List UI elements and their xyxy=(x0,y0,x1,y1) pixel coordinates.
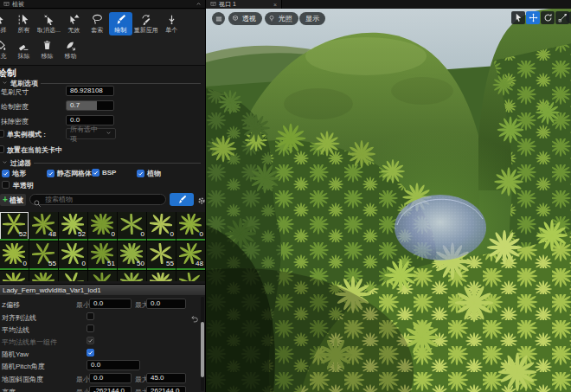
filter-checkbox[interactable] xyxy=(92,169,99,177)
filter-静态网格体[interactable]: 静态网格体 xyxy=(47,169,92,178)
min-input[interactable]: 0.0 xyxy=(89,373,132,383)
value-input[interactable]: 0.0 xyxy=(87,360,140,370)
foliage-tile[interactable]: 55 xyxy=(29,241,58,270)
foliage-tile[interactable]: 0 xyxy=(88,212,117,241)
min-input[interactable]: 0.0 xyxy=(89,299,132,309)
tool-move-foliage-button[interactable]: 移动 xyxy=(59,38,82,61)
rotate-tool-button[interactable] xyxy=(541,11,555,24)
viewport[interactable]: 视口 1 × xyxy=(205,0,571,392)
tool-fill-button[interactable]: 填充 xyxy=(0,38,12,61)
foliage-tile[interactable]: 52 xyxy=(0,212,29,241)
show-flags-button[interactable]: 显示 xyxy=(299,12,325,25)
density-bar xyxy=(176,268,205,270)
single-instance-dropdown[interactable]: 所有选中项 xyxy=(66,128,116,139)
foliage-tile[interactable]: 48 xyxy=(29,212,58,241)
instance-count: 52 xyxy=(19,230,27,238)
panel-tab-label[interactable]: 植被 xyxy=(12,0,24,9)
filter-checkbox[interactable] xyxy=(47,170,55,177)
filter-checkbox[interactable] xyxy=(2,170,10,177)
property-checkbox[interactable] xyxy=(87,325,94,332)
tool-cursor-deselect-button[interactable]: 取消选... xyxy=(35,12,62,35)
tool-cursor-all-button[interactable]: 所有 xyxy=(12,12,35,35)
search-foliage-input[interactable] xyxy=(29,194,166,205)
foliage-tile-partial[interactable] xyxy=(59,271,87,281)
tool-single-button[interactable]: 单个 xyxy=(160,12,183,35)
selected-foliage-name-bar[interactable]: Lady_Fern_wdvlditia_Var1_lod1 xyxy=(0,284,205,295)
foliage-tile-partial[interactable] xyxy=(88,271,117,281)
add-foliage-button[interactable]: + 植被 xyxy=(0,194,26,206)
cursor-invalid-icon xyxy=(68,14,80,25)
tool-cursor-button[interactable]: 选择 xyxy=(0,12,12,35)
density-bar xyxy=(59,268,87,270)
instance-count: 55 xyxy=(166,260,174,267)
max-input[interactable]: 45.0 xyxy=(146,373,186,383)
foliage-tile-partial[interactable] xyxy=(29,271,58,281)
tool-brush-button[interactable]: 绘制 xyxy=(109,12,132,35)
filter-植物[interactable]: 植物 xyxy=(137,169,161,178)
tool-cursor-invalid-button[interactable]: 无效 xyxy=(62,12,86,35)
instance-count: 48 xyxy=(48,230,56,238)
foliage-tile-partial[interactable] xyxy=(0,271,29,281)
place-in-level-checkbox[interactable] xyxy=(0,145,4,153)
close-icon[interactable]: × xyxy=(273,2,277,8)
lit-mode-button[interactable]: 光照 xyxy=(265,12,298,25)
perspective-button[interactable]: 透视 xyxy=(228,12,262,25)
paint-density-slider[interactable]: 0.7 xyxy=(66,100,114,111)
select-tool-button[interactable] xyxy=(511,11,525,24)
filter-BSP[interactable]: BSP xyxy=(92,169,116,177)
foliage-tile[interactable]: 51 xyxy=(88,241,117,270)
foliage-tile[interactable]: 0 xyxy=(118,212,146,241)
fern-thumbnail xyxy=(61,273,84,281)
move-tool-button[interactable] xyxy=(526,11,540,24)
cube-icon xyxy=(232,15,239,23)
viewport-tab[interactable]: 视口 1 × xyxy=(206,0,282,9)
reset-to-default-icon[interactable] xyxy=(189,312,199,322)
properties-scrollbar-thumb[interactable] xyxy=(201,322,204,377)
property-checkbox[interactable] xyxy=(87,349,94,357)
viewport-scene[interactable] xyxy=(206,9,571,392)
foliage-tile-partial[interactable] xyxy=(118,271,146,281)
tool-reapply-button[interactable]: 重新应用 xyxy=(132,12,160,35)
property-label: 随机Pitch角度 xyxy=(2,362,45,371)
min-label: 最小 xyxy=(76,375,90,384)
foliage-tile[interactable]: 0 xyxy=(147,212,176,241)
tool-erase-button[interactable]: 抹除 xyxy=(12,38,35,61)
filters-row: 地形静态网格体BSP植物 xyxy=(2,169,205,178)
max-input[interactable]: 262144.0 xyxy=(146,386,186,392)
tool-label: 抹除 xyxy=(18,52,30,61)
lightbulb-icon xyxy=(268,15,275,23)
filters-header[interactable]: 过滤器 xyxy=(2,158,201,168)
foliage-tile[interactable]: 0 xyxy=(0,241,29,270)
collapse-panel-icon[interactable] xyxy=(196,1,202,7)
density-bar xyxy=(29,268,58,270)
filter-checkbox[interactable] xyxy=(137,170,144,177)
foliage-tile[interactable]: 0 xyxy=(176,212,205,241)
foliage-tile[interactable]: 55 xyxy=(147,241,176,270)
foliage-tile[interactable]: 50 xyxy=(118,241,146,270)
min-input[interactable]: -262144.0 xyxy=(89,386,132,392)
tool-label: 套索 xyxy=(91,26,103,35)
foliage-tile-partial[interactable] xyxy=(176,271,205,281)
foliage-tile[interactable]: 0 xyxy=(59,241,87,270)
instance-count: 55 xyxy=(48,260,56,267)
tool-lasso-button[interactable]: 套索 xyxy=(86,12,109,35)
tool-trash-button[interactable]: 移除 xyxy=(35,38,59,61)
single-instance-checkbox[interactable] xyxy=(0,130,4,138)
density-bar xyxy=(147,268,176,270)
property-row: 随机Pitch角度0.0 xyxy=(0,360,205,372)
translucent-checkbox[interactable] xyxy=(2,181,10,189)
palette-settings-gear-icon[interactable] xyxy=(196,194,205,204)
fern-thumbnail xyxy=(61,243,84,264)
foliage-tile[interactable]: 48 xyxy=(176,241,205,270)
paint-brush-toggle-button[interactable] xyxy=(170,193,194,206)
foliage-tile-partial[interactable] xyxy=(147,271,176,281)
max-input[interactable]: 0.0 xyxy=(146,299,186,309)
property-checkbox[interactable] xyxy=(87,312,94,320)
panel-tab-bar: 植被 xyxy=(0,0,205,9)
viewport-options-menu-button[interactable] xyxy=(212,12,225,25)
brush-size-input[interactable]: 86.928108 xyxy=(66,86,114,96)
density-bar xyxy=(176,239,205,241)
filter-地形[interactable]: 地形 xyxy=(2,169,26,178)
property-checkbox[interactable] xyxy=(87,337,94,344)
foliage-tile[interactable]: 52 xyxy=(59,212,87,241)
